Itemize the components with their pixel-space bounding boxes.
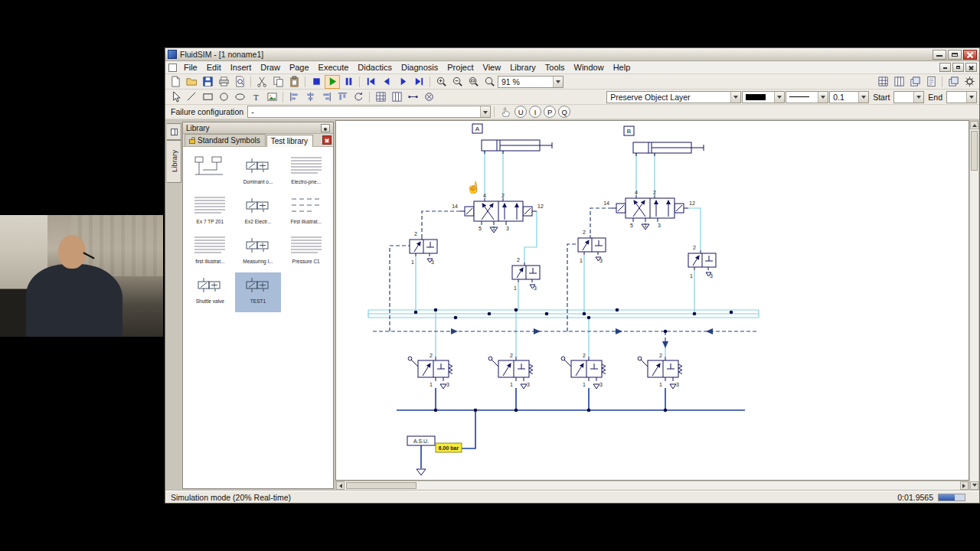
stop-button[interactable] bbox=[309, 75, 324, 89]
print-button[interactable] bbox=[216, 75, 231, 89]
library-item[interactable]: Measuring I... bbox=[235, 233, 281, 272]
paste-button[interactable] bbox=[286, 75, 302, 89]
cut-button[interactable] bbox=[254, 75, 270, 89]
chevron-down-icon[interactable] bbox=[913, 92, 923, 103]
ellipse-tool-button[interactable] bbox=[232, 90, 247, 104]
chevron-down-icon[interactable] bbox=[774, 92, 784, 103]
text-tool-button[interactable] bbox=[248, 90, 263, 104]
chevron-down-icon[interactable] bbox=[730, 92, 740, 103]
rect-tool-button[interactable] bbox=[200, 90, 215, 104]
library-side-tab[interactable]: Library bbox=[167, 140, 181, 183]
library-item[interactable]: Shuttle valve bbox=[187, 272, 233, 312]
library-tab-close-button[interactable] bbox=[322, 135, 332, 145]
chevron-down-icon[interactable] bbox=[818, 92, 828, 103]
tab-standard-symbols[interactable]: Standard Symbols bbox=[185, 134, 266, 146]
roller-valve-3[interactable]: 2 1 3 bbox=[561, 353, 606, 389]
horizontal-scroll-thumb[interactable] bbox=[346, 482, 416, 489]
document-icon[interactable] bbox=[168, 64, 177, 72]
image-tool-button[interactable] bbox=[264, 90, 279, 104]
new-button[interactable] bbox=[168, 75, 183, 89]
pointer-tool-button[interactable] bbox=[168, 90, 183, 104]
chevron-down-icon[interactable] bbox=[553, 77, 563, 87]
library-item-selected[interactable]: TEST1 bbox=[235, 272, 281, 312]
failure-config-combo[interactable]: - bbox=[247, 106, 491, 118]
skip-end-button[interactable] bbox=[411, 75, 426, 89]
flow-display-button[interactable]: Q bbox=[558, 106, 570, 118]
layers-button[interactable] bbox=[907, 75, 923, 89]
current-display-button[interactable]: I bbox=[529, 106, 541, 118]
library-item[interactable]: Dominant o... bbox=[235, 153, 281, 193]
vertical-scrollbar[interactable] bbox=[969, 120, 979, 491]
mdi-restore-button[interactable] bbox=[952, 63, 964, 72]
open-button[interactable] bbox=[184, 75, 199, 89]
report-button[interactable] bbox=[923, 75, 939, 89]
mdi-minimize-button[interactable] bbox=[939, 63, 951, 72]
scroll-down-button[interactable] bbox=[970, 481, 978, 490]
roller-valve-2[interactable]: 2 1 3 bbox=[488, 353, 533, 389]
menu-page[interactable]: Page bbox=[285, 62, 314, 73]
print-preview-button[interactable] bbox=[232, 75, 247, 89]
circuit-canvas[interactable]: A B 4 bbox=[335, 120, 969, 481]
chevron-down-icon[interactable] bbox=[480, 106, 490, 117]
roller-valve-1[interactable]: 2 1 3 bbox=[408, 353, 452, 389]
valve-52-b[interactable]: 4 2 14 12 5 1 3 bbox=[603, 190, 695, 230]
play-button[interactable] bbox=[325, 75, 340, 89]
valve-32-left-b[interactable]: 2 1 3 bbox=[578, 230, 606, 263]
zoom-rect-button[interactable] bbox=[466, 75, 481, 89]
hand-tool-button[interactable] bbox=[498, 105, 513, 119]
align-center-button[interactable] bbox=[302, 90, 318, 104]
menu-diagnosis[interactable]: Diagnosis bbox=[397, 62, 443, 73]
library-item[interactable] bbox=[187, 153, 233, 193]
rotate-button[interactable] bbox=[351, 90, 366, 104]
line-width-combo[interactable]: 0.1 bbox=[829, 91, 869, 103]
vertical-scroll-thumb[interactable] bbox=[971, 131, 978, 171]
library-panel-header[interactable]: Library bbox=[183, 122, 333, 134]
menu-tools[interactable]: Tools bbox=[541, 62, 570, 73]
zoom-level-combo[interactable]: 91 % bbox=[498, 76, 564, 88]
align-left-button[interactable] bbox=[286, 90, 302, 104]
menu-help[interactable]: Help bbox=[609, 62, 635, 73]
library-item[interactable]: First illustrat... bbox=[283, 193, 329, 233]
color-combo[interactable] bbox=[742, 91, 785, 103]
menu-didactics[interactable]: Didactics bbox=[353, 62, 397, 73]
menu-view[interactable]: View bbox=[479, 62, 506, 73]
menu-edit[interactable]: Edit bbox=[202, 62, 226, 73]
line-tool-button[interactable] bbox=[184, 90, 199, 104]
scroll-right-button[interactable] bbox=[960, 481, 969, 490]
circle-x-tool-button[interactable] bbox=[421, 90, 436, 104]
library-item[interactable]: first illustrat... bbox=[187, 233, 233, 272]
voltage-display-button[interactable]: U bbox=[514, 106, 527, 118]
valve-52-a[interactable]: 4 2 14 12 5 1 3 bbox=[452, 193, 544, 233]
cylinder-b[interactable]: B bbox=[624, 126, 704, 156]
scroll-up-button[interactable] bbox=[970, 121, 978, 129]
line-style-combo[interactable] bbox=[786, 91, 828, 103]
chevron-down-icon[interactable] bbox=[858, 92, 868, 103]
maximize-button[interactable] bbox=[948, 50, 962, 60]
pause-button[interactable] bbox=[341, 75, 356, 89]
connector-tool-button[interactable] bbox=[405, 90, 420, 104]
menu-project[interactable]: Project bbox=[443, 62, 478, 73]
columns-button[interactable] bbox=[891, 75, 906, 89]
horizontal-scrollbar[interactable] bbox=[335, 481, 969, 491]
valve-32-right[interactable]: 2 1 3 bbox=[688, 245, 716, 279]
menu-library[interactable]: Library bbox=[505, 62, 541, 73]
pressure-gauge[interactable]: 6.00 bar bbox=[436, 443, 462, 452]
grid-button[interactable] bbox=[875, 75, 890, 89]
title-bar[interactable]: FluidSIM - [1 noname1] bbox=[165, 48, 979, 61]
close-button[interactable] bbox=[963, 50, 977, 60]
library-item[interactable]: Pressure C1 bbox=[283, 233, 329, 272]
mdi-close-button[interactable] bbox=[965, 63, 977, 72]
gear-button[interactable] bbox=[962, 75, 977, 89]
menu-insert[interactable]: Insert bbox=[226, 62, 256, 73]
grid-toggle-button[interactable] bbox=[373, 90, 388, 104]
valve-32-left-a[interactable]: 2 1 3 bbox=[410, 231, 437, 265]
library-item[interactable]: Ex2 Electr... bbox=[235, 193, 281, 233]
circle-tool-button[interactable] bbox=[216, 90, 231, 104]
zoom-in-button[interactable] bbox=[433, 75, 449, 89]
minimize-button[interactable] bbox=[933, 50, 946, 60]
align-right-button[interactable] bbox=[318, 90, 334, 104]
scroll-left-button[interactable] bbox=[336, 481, 345, 490]
step-back-button[interactable] bbox=[379, 75, 394, 89]
step-forward-button[interactable] bbox=[395, 75, 410, 89]
window-layout-button[interactable] bbox=[946, 75, 961, 89]
